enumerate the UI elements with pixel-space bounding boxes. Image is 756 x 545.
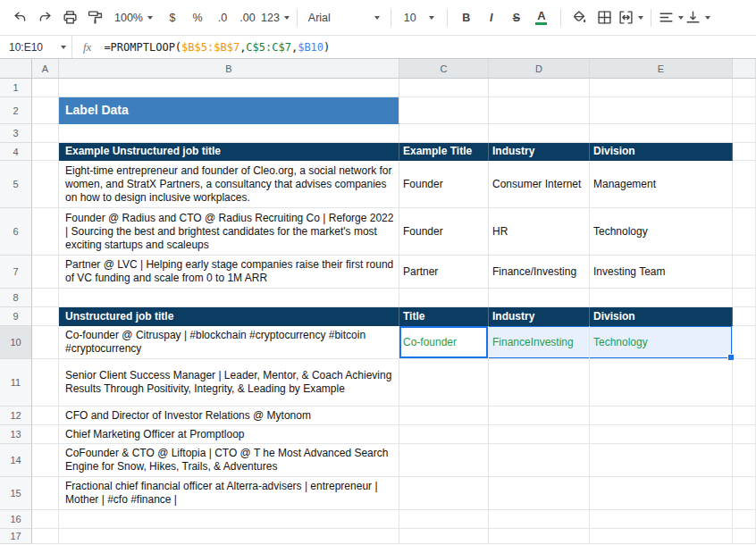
cell-c17[interactable] — [399, 529, 489, 544]
bold-button[interactable]: B — [455, 6, 478, 29]
row-header-14[interactable]: 14 — [0, 444, 32, 477]
italic-button[interactable]: I — [480, 6, 503, 29]
cell-e6[interactable]: Technology — [590, 208, 733, 256]
cell-f12[interactable] — [733, 407, 756, 425]
cell-c16[interactable] — [399, 510, 489, 529]
cell-f7[interactable] — [733, 256, 756, 289]
row-header-5[interactable]: 5 — [0, 161, 32, 208]
cell-b5[interactable]: Eight-time entrepreneur and founder of C… — [59, 161, 399, 208]
cell-d8[interactable] — [489, 289, 590, 307]
cell-d1[interactable] — [489, 79, 590, 97]
cell-b9[interactable]: Unstructured job title — [59, 307, 399, 326]
cell-b1[interactable] — [59, 79, 399, 97]
cell-f14[interactable] — [733, 444, 756, 477]
cell-c3[interactable] — [399, 124, 489, 143]
cell-c4[interactable]: Example Title — [399, 143, 489, 161]
cell-f13[interactable] — [733, 425, 756, 444]
format-percent-button[interactable]: % — [186, 6, 209, 29]
format-currency-button[interactable]: $ — [161, 6, 184, 29]
cell-a11[interactable] — [32, 359, 59, 407]
cell-d15[interactable] — [489, 477, 590, 510]
cell-e3[interactable] — [590, 124, 733, 143]
cell-b17[interactable] — [59, 529, 399, 544]
row-header-17[interactable]: 17 — [0, 529, 32, 544]
strikethrough-button[interactable]: S — [505, 6, 528, 29]
horizontal-align-button[interactable] — [659, 6, 684, 29]
print-button[interactable] — [58, 6, 81, 29]
cell-f6[interactable] — [733, 208, 756, 256]
cell-b3[interactable] — [59, 124, 399, 143]
cell-e14[interactable] — [590, 444, 733, 477]
cell-d2[interactable] — [489, 97, 590, 124]
cell-c12[interactable] — [399, 407, 489, 425]
cell-f9[interactable] — [733, 307, 756, 326]
cell-d9[interactable]: Industry — [489, 307, 590, 326]
row-header-8[interactable]: 8 — [0, 289, 32, 307]
merge-cells-button[interactable] — [618, 6, 643, 29]
row-header-13[interactable]: 13 — [0, 425, 32, 444]
cell-b11[interactable]: Senior Client Success Manager | Leader, … — [59, 359, 399, 407]
row-header-15[interactable]: 15 — [0, 477, 32, 510]
row-header-16[interactable]: 16 — [0, 510, 32, 529]
column-header-e[interactable]: E — [590, 59, 733, 79]
cell-a15[interactable] — [32, 477, 59, 510]
formula-input[interactable]: =PROMPTLOOP($B$5:$B$7,C$5:C$7,$B10) — [104, 41, 756, 54]
cell-c6[interactable]: Founder — [399, 208, 489, 256]
cell-b13[interactable]: Chief Marketing Officer at Promptloop — [59, 425, 399, 444]
cell-a16[interactable] — [32, 510, 59, 529]
text-color-button[interactable]: A — [530, 6, 553, 29]
cell-d14[interactable] — [489, 444, 590, 477]
cell-a12[interactable] — [32, 407, 59, 425]
cell-e1[interactable] — [590, 79, 733, 97]
cell-c8[interactable] — [399, 289, 489, 307]
cell-a7[interactable] — [32, 256, 59, 289]
row-header-7[interactable]: 7 — [0, 256, 32, 289]
cell-e9[interactable]: Division — [590, 307, 733, 326]
row-header-12[interactable]: 12 — [0, 407, 32, 425]
cell-c2[interactable] — [399, 97, 489, 124]
row-header-1[interactable]: 1 — [0, 79, 32, 97]
cell-d13[interactable] — [489, 425, 590, 444]
cell-e2[interactable] — [590, 97, 733, 124]
row-header-3[interactable]: 3 — [0, 124, 32, 143]
cell-f4[interactable] — [733, 143, 756, 161]
cell-d5[interactable]: Consumer Internet — [489, 161, 590, 208]
cell-f15[interactable] — [733, 477, 756, 510]
row-header-11[interactable]: 11 — [0, 359, 32, 407]
cell-c10[interactable]: Co-founder — [399, 326, 489, 359]
cell-a9[interactable] — [32, 307, 59, 326]
column-header-partial[interactable] — [733, 59, 756, 79]
decrease-decimals-button[interactable]: .0 — [211, 6, 234, 29]
cell-c9[interactable]: Title — [399, 307, 489, 326]
cell-a2[interactable] — [32, 97, 59, 124]
cell-f16[interactable] — [733, 510, 756, 529]
column-header-c[interactable]: C — [399, 59, 489, 79]
redo-button[interactable] — [33, 6, 56, 29]
cell-a5[interactable] — [32, 161, 59, 208]
cell-a17[interactable] — [32, 529, 59, 544]
cell-e15[interactable] — [590, 477, 733, 510]
cell-b6[interactable]: Founder @ Radius and CTO @ Radius Recrui… — [59, 208, 399, 256]
cell-c7[interactable]: Partner — [399, 256, 489, 289]
cell-d3[interactable] — [489, 124, 590, 143]
cell-e7[interactable]: Investing Team — [590, 256, 733, 289]
cell-d16[interactable] — [489, 510, 590, 529]
row-header-2[interactable]: 2 — [0, 97, 32, 124]
cell-f5[interactable] — [733, 161, 756, 208]
undo-button[interactable] — [8, 6, 31, 29]
cell-a14[interactable] — [32, 444, 59, 477]
cell-d4[interactable]: Industry — [489, 143, 590, 161]
cell-e4[interactable]: Division — [590, 143, 733, 161]
name-box[interactable]: 10:E10 — [0, 36, 71, 58]
cell-b8[interactable] — [59, 289, 399, 307]
cell-e17[interactable] — [590, 529, 733, 544]
row-header-4[interactable]: 4 — [0, 143, 32, 161]
cell-a6[interactable] — [32, 208, 59, 256]
cell-d7[interactable]: Finance/Investing — [489, 256, 590, 289]
select-all-corner[interactable] — [0, 59, 32, 79]
row-header-9[interactable]: 9 — [0, 307, 32, 326]
cell-c13[interactable] — [399, 425, 489, 444]
vertical-align-button[interactable] — [685, 6, 710, 29]
cell-a3[interactable] — [32, 124, 59, 143]
cell-b7[interactable]: Partner @ LVC | Helping early stage comp… — [59, 256, 399, 289]
